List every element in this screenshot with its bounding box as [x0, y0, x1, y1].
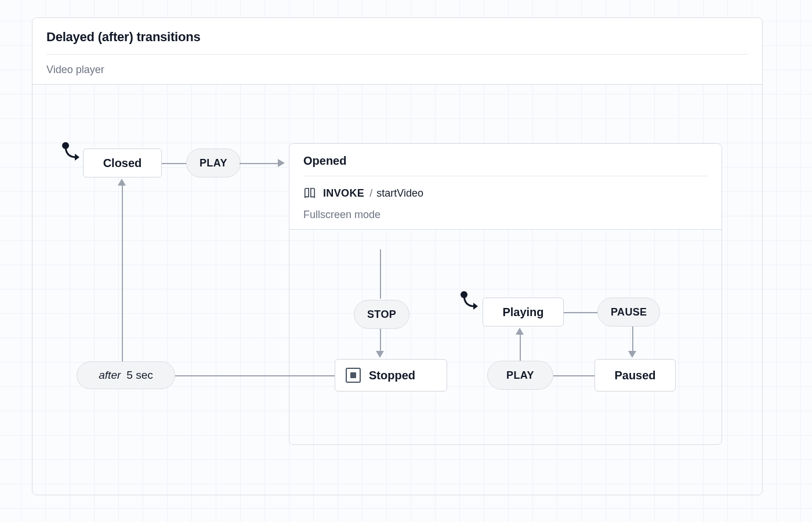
final-state-icon: [346, 368, 361, 383]
edge-stopped-to-after: [175, 375, 335, 376]
arrowhead-icon: [376, 351, 384, 358]
edge-playing-to-pause: [564, 312, 597, 313]
edge-pause-to-paused: [632, 327, 633, 352]
event-stop[interactable]: STOP: [354, 300, 409, 329]
event-after-keyword: after: [99, 369, 121, 382]
edge-play-to-opened: [240, 163, 278, 164]
state-opened-title: Opened: [303, 154, 708, 176]
arrowhead-icon: [516, 328, 524, 335]
edge-after-to-closed: [122, 186, 123, 361]
event-after-value: 5 sec: [126, 369, 153, 382]
event-play-outer[interactable]: PLAY: [186, 148, 241, 177]
invoke-action: startVideo: [376, 187, 423, 199]
event-play-inner-label: PLAY: [506, 369, 534, 382]
initial-state-marker-icon: [60, 141, 84, 165]
event-pause-label: PAUSE: [611, 306, 647, 318]
state-stopped-label: Stopped: [369, 369, 415, 382]
state-opened[interactable]: Opened INVOKE / startVideo Fullscreen mo…: [289, 143, 722, 445]
state-opened-header: Opened INVOKE / startVideo Fullscreen mo…: [289, 144, 722, 230]
edge-closed-to-play: [162, 163, 186, 164]
event-after[interactable]: after 5 sec: [77, 361, 175, 389]
state-stopped[interactable]: Stopped: [335, 359, 447, 392]
diagram-subtitle: Video player: [46, 55, 748, 76]
state-paused-label: Paused: [614, 369, 655, 382]
invoke-keyword: INVOKE: [323, 187, 364, 199]
edge-play-to-playing: [520, 335, 521, 361]
state-closed-label: Closed: [103, 157, 142, 170]
state-opened-note: Fullscreen mode: [303, 200, 708, 221]
state-playing-label: Playing: [502, 306, 543, 319]
arrowhead-icon: [628, 351, 636, 358]
arrowhead-icon: [118, 179, 126, 186]
state-playing[interactable]: Playing: [483, 298, 564, 327]
edge-opened-to-stop: [380, 249, 381, 299]
state-closed[interactable]: Closed: [83, 148, 162, 177]
event-pause[interactable]: PAUSE: [597, 298, 660, 327]
root-header: Delayed (after) transitions Video player: [32, 18, 762, 85]
state-opened-invoke: INVOKE / startVideo: [303, 176, 708, 200]
initial-state-marker-icon: [458, 290, 483, 314]
state-paused[interactable]: Paused: [594, 359, 676, 392]
book-icon: [303, 187, 316, 200]
event-play-inner[interactable]: PLAY: [487, 361, 553, 390]
edge-stop-to-stopped: [380, 329, 381, 352]
event-play-outer-label: PLAY: [200, 157, 227, 169]
edge-paused-to-play: [553, 375, 594, 376]
arrowhead-icon: [278, 159, 285, 167]
invoke-slash: /: [369, 187, 372, 199]
event-stop-label: STOP: [367, 309, 396, 321]
diagram-title: Delayed (after) transitions: [46, 30, 748, 55]
